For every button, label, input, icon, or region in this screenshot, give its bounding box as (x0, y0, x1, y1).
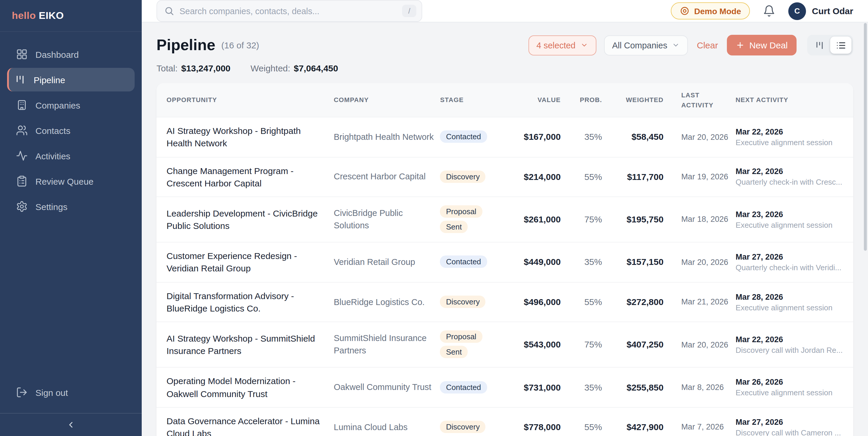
gear-icon (16, 201, 28, 212)
kanban-view-button[interactable] (809, 37, 830, 54)
view-toggle (807, 35, 853, 56)
deal-probability: 55% (584, 297, 602, 307)
table-row[interactable]: AI Strategy Workshop - SummitShield Insu… (156, 322, 853, 368)
app-logo: hello EIKO (0, 0, 142, 32)
deal-probability: 75% (584, 339, 602, 349)
deal-probability: 35% (584, 257, 602, 267)
vertical-scrollbar[interactable] (864, 23, 867, 251)
sidebar-item-label: Pipeline (34, 75, 65, 85)
next-activity-description: Quarterly check-in with Veridi... (736, 263, 847, 272)
deal-value: $261,000 (524, 214, 561, 224)
column-header-stage: Stage (440, 83, 510, 117)
stage-filter-dropdown[interactable]: 4 selected (528, 35, 596, 55)
deal-weighted-value: $58,450 (631, 132, 663, 142)
sign-out-button[interactable]: Sign out (7, 380, 135, 404)
search-input[interactable] (180, 6, 397, 15)
column-header-weighted: Weighted (608, 83, 669, 117)
opportunity-name: Customer Experience Redesign - Veridian … (166, 249, 328, 275)
kanban-icon (14, 74, 26, 86)
weighted-stat: Weighted:$7,064,450 (251, 63, 338, 73)
last-activity-date: Mar 20, 2026 (681, 339, 730, 350)
next-activity-date: Mar 28, 2026 (736, 292, 847, 301)
deal-probability: 35% (584, 132, 602, 142)
weighted-value: $7,064,450 (294, 63, 338, 73)
deal-value: $496,000 (524, 297, 561, 307)
app-window: hello EIKO Dashboard Pipeline Companies … (0, 0, 868, 436)
list-view-button[interactable] (830, 37, 851, 54)
demo-mode-label: Demo Mode (694, 6, 741, 15)
topbar: / Demo Mode C Curt Odar (142, 0, 868, 23)
deal-weighted-value: $195,750 (626, 214, 663, 224)
sidebar-item-pipeline[interactable]: Pipeline (7, 68, 135, 92)
demo-mode-badge[interactable]: Demo Mode (671, 2, 750, 20)
opportunity-name: AI Strategy Workshop - SummitShield Insu… (166, 332, 328, 357)
last-activity-date: Mar 20, 2026 (681, 131, 730, 143)
kanban-icon (814, 40, 825, 51)
notifications-button[interactable] (763, 5, 775, 17)
deal-value: $449,000 (524, 257, 561, 267)
last-activity-date: Mar 8, 2026 (681, 382, 730, 393)
opportunity-name: Change Management Program - Crescent Har… (166, 164, 328, 190)
chevron-down-icon (580, 41, 588, 49)
sidebar: hello EIKO Dashboard Pipeline Companies … (0, 0, 142, 436)
logo-brand: EIKO (39, 10, 64, 22)
building-icon (16, 99, 28, 111)
page-count: (16 of 32) (221, 40, 259, 50)
last-activity-date: Mar 7, 2026 (681, 422, 730, 433)
table-row[interactable]: Customer Experience Redesign - Veridian … (156, 242, 853, 282)
deal-probability: 35% (584, 382, 602, 392)
sidebar-item-companies[interactable]: Companies (7, 93, 135, 117)
stage-badge: Discovery (440, 296, 486, 308)
stage-badge: Discovery (440, 421, 486, 433)
sidebar-item-review-queue[interactable]: Review Queue (7, 169, 135, 193)
sidebar-item-label: Contacts (35, 125, 70, 135)
sign-out-label: Sign out (35, 387, 68, 397)
company-name: Oakwell Community Trust (334, 381, 434, 394)
table-row[interactable]: Data Governance Accelerator - Lumina Clo… (156, 407, 853, 436)
deal-weighted-value: $272,800 (626, 297, 663, 307)
next-activity-description: Executive alignment session (736, 388, 847, 397)
deal-value: $167,000 (524, 132, 561, 142)
next-activity-date: Mar 26, 2026 (736, 378, 847, 387)
stage-badge: Proposal Sent (440, 331, 483, 359)
company-name: Crescent Harbor Capital (334, 171, 434, 183)
stage-filter-label: 4 selected (536, 40, 576, 50)
user-menu[interactable]: C Curt Odar (788, 2, 853, 20)
demo-mode-eye-icon (679, 6, 689, 16)
sidebar-item-settings[interactable]: Settings (7, 195, 135, 218)
total-value: $13,247,000 (181, 63, 230, 73)
table-row[interactable]: AI Strategy Workshop - Brightpath Health… (156, 117, 853, 157)
next-activity-date: Mar 23, 2026 (736, 210, 847, 219)
search-box: / (156, 0, 422, 22)
table-row[interactable]: Digital Transformation Advisory - BlueRi… (156, 282, 853, 322)
next-activity-description: Quarterly check-in with Cresc... (736, 178, 847, 187)
clipboard-list-icon (16, 175, 28, 187)
deal-probability: 75% (584, 214, 602, 224)
next-activity-description: Executive alignment session (736, 303, 847, 312)
table-header-row: Opportunity Company Stage Value Prob. We… (156, 83, 853, 117)
column-header-value: Value (510, 83, 566, 117)
last-activity-date: Mar 18, 2026 (681, 214, 730, 225)
logo-hello: hello (12, 10, 36, 22)
search-icon (164, 6, 174, 16)
sidebar-item-label: Activities (35, 151, 70, 161)
stage-badge: Proposal Sent (440, 205, 483, 233)
table-row[interactable]: Leadership Development - CivicBridge Pub… (156, 197, 853, 242)
opportunity-name: AI Strategy Workshop - Brightpath Health… (166, 125, 328, 149)
sidebar-collapse-button[interactable] (0, 413, 142, 436)
table-row[interactable]: Change Management Program - Crescent Har… (156, 157, 853, 197)
new-deal-label: New Deal (749, 40, 788, 50)
sidebar-item-activities[interactable]: Activities (7, 144, 135, 168)
deal-value: $731,000 (524, 382, 561, 392)
opportunity-name: Operating Model Modernization - Oakwell … (166, 375, 328, 400)
sidebar-item-contacts[interactable]: Contacts (7, 119, 135, 142)
new-deal-button[interactable]: New Deal (727, 35, 797, 56)
sidebar-item-dashboard[interactable]: Dashboard (7, 42, 135, 66)
company-name: BlueRidge Logistics Co. (334, 296, 434, 308)
next-activity-date: Mar 22, 2026 (736, 335, 847, 344)
deal-weighted-value: $255,850 (626, 382, 663, 392)
table-row[interactable]: Operating Model Modernization - Oakwell … (156, 368, 853, 407)
clear-filters-link[interactable]: Clear (695, 40, 719, 50)
company-filter-dropdown[interactable]: All Companies (604, 35, 688, 55)
company-name: SummitShield Insurance Partners (334, 332, 434, 357)
